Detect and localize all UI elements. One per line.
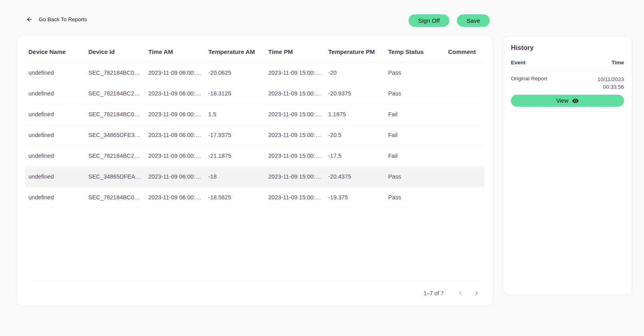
cell-device-name: undefined <box>25 166 85 187</box>
history-header-row: Event Time <box>511 60 624 71</box>
cell-device-id: SEC_782184BC0… <box>85 187 145 208</box>
history-divider <box>511 111 624 112</box>
topbar-actions: Sign Off Save <box>409 14 490 27</box>
cell-time-am: 2023-11-09 06:00:… <box>145 166 205 187</box>
table-row[interactable]: undefined SEC_782184BC2… 2023-11-09 06:0… <box>25 145 484 166</box>
report-table: Device Name Device Id Time AM Temperatur… <box>25 42 484 208</box>
cell-temperature-am: -18.5625 <box>205 187 265 208</box>
cell-time-pm: 2023-11-09 15:00:… <box>265 166 325 187</box>
cell-temperature-pm: -17.5 <box>325 145 385 166</box>
cell-temp-status: Fail <box>385 145 445 166</box>
chevron-left-icon <box>456 289 465 298</box>
eye-icon <box>572 97 579 104</box>
cell-device-name: undefined <box>25 187 85 208</box>
history-entry-date: 10/11/2023 <box>597 76 624 82</box>
cell-temperature-am: -21.1875 <box>205 145 265 166</box>
cell-temperature-am: -17.9375 <box>205 125 265 145</box>
history-panel: History Event Time Original Report 10/11… <box>502 36 632 295</box>
cell-device-name: undefined <box>25 145 85 166</box>
cell-comment <box>445 83 484 104</box>
pagination-bar: 1–7 of 7 <box>25 280 484 306</box>
cell-comment <box>445 166 484 187</box>
table-header-row: Device Name Device Id Time AM Temperatur… <box>25 42 484 62</box>
report-table-wrap: Device Name Device Id Time AM Temperatur… <box>17 36 492 280</box>
cell-temperature-pm: -20 <box>325 62 385 83</box>
cell-comment <box>445 104 484 125</box>
cell-temperature-pm: -19.375 <box>325 187 385 208</box>
table-row[interactable]: undefined SEC_782184BC0… 2023-11-09 06:0… <box>25 62 484 83</box>
cell-device-name: undefined <box>25 104 85 125</box>
history-event-header: Event <box>511 60 526 66</box>
history-title: History <box>511 44 624 52</box>
history-entry-event: Original Report <box>511 76 547 82</box>
sign-off-button[interactable]: Sign Off <box>409 14 449 27</box>
table-row[interactable]: undefined SEC_34865DFEA… 2023-11-09 06:0… <box>25 166 484 187</box>
pagination-next-button[interactable] <box>469 285 484 301</box>
cell-temp-status: Pass <box>385 187 445 208</box>
cell-temperature-am: -18.3125 <box>205 83 265 104</box>
table-body: undefined SEC_782184BC0… 2023-11-09 06:0… <box>25 62 484 208</box>
pagination-range-label: 1–7 of 7 <box>423 290 444 296</box>
cell-comment <box>445 187 484 208</box>
col-header-temperature-am: Temperature AM <box>205 42 265 62</box>
cell-time-am: 2023-11-09 06:00:… <box>145 83 205 104</box>
history-time-header: Time <box>612 60 624 66</box>
cell-time-am: 2023-11-09 06:00:… <box>145 104 205 125</box>
table-row[interactable]: undefined SEC_782184BC0… 2023-11-09 06:0… <box>25 187 484 208</box>
save-button[interactable]: Save <box>457 14 490 27</box>
cell-temp-status: Fail <box>385 125 445 145</box>
arrow-left-icon <box>26 16 33 23</box>
cell-time-am: 2023-11-09 06:00:… <box>145 187 205 208</box>
col-header-comment: Comment <box>445 42 484 62</box>
table-row[interactable]: undefined SEC_782184BC2… 2023-11-09 06:0… <box>25 83 484 104</box>
col-header-temp-status: Temp Status <box>385 42 445 62</box>
cell-comment <box>445 145 484 166</box>
cell-device-name: undefined <box>25 83 85 104</box>
col-header-time-am: Time AM <box>145 42 205 62</box>
view-report-button[interactable]: View <box>511 95 624 107</box>
col-header-device-name: Device Name <box>25 42 85 62</box>
report-table-card: Device Name Device Id Time AM Temperatur… <box>17 36 492 306</box>
view-button-label: View <box>556 97 568 104</box>
history-entry-clock: 00:33:56 <box>603 84 624 90</box>
col-header-temperature-pm: Temperature PM <box>325 42 385 62</box>
cell-temperature-pm: -20.5 <box>325 125 385 145</box>
col-header-device-id: Device Id <box>85 42 145 62</box>
table-row[interactable]: undefined SEC_34865DFE3… 2023-11-09 06:0… <box>25 125 484 145</box>
cell-time-pm: 2023-11-09 15:00:… <box>265 125 325 145</box>
cell-device-id: SEC_782184BC0… <box>85 62 145 83</box>
back-to-reports-label: Go Back To Reports <box>39 16 87 22</box>
cell-temperature-am: -18 <box>205 166 265 187</box>
history-entry-time: 10/11/2023 00:33:56 <box>597 76 624 91</box>
cell-device-id: SEC_34865DFE3… <box>85 125 145 145</box>
cell-comment <box>445 125 484 145</box>
pagination-prev-button[interactable] <box>453 285 469 301</box>
cell-device-id: SEC_782184BC2… <box>85 145 145 166</box>
table-row[interactable]: undefined SEC_782184BC0… 2023-11-09 06:0… <box>25 104 484 125</box>
cell-temp-status: Pass <box>385 166 445 187</box>
cell-device-id: SEC_34865DFEA… <box>85 166 145 187</box>
cell-time-pm: 2023-11-09 15:00:… <box>265 145 325 166</box>
cell-time-pm: 2023-11-09 15:00:… <box>265 187 325 208</box>
cell-comment <box>445 62 484 83</box>
cell-temp-status: Pass <box>385 62 445 83</box>
cell-device-id: SEC_782184BC0… <box>85 104 145 125</box>
cell-temperature-pm: -20.4375 <box>325 166 385 187</box>
cell-temp-status: Fail <box>385 104 445 125</box>
cell-time-pm: 2023-11-09 15:00:… <box>265 104 325 125</box>
cell-time-am: 2023-11-09 06:00:… <box>145 62 205 83</box>
cell-temperature-pm: 1.1875 <box>325 104 385 125</box>
cell-temperature-pm: -20.9375 <box>325 83 385 104</box>
col-header-time-pm: Time PM <box>265 42 325 62</box>
back-to-reports-link[interactable]: Go Back To Reports <box>26 16 87 23</box>
cell-device-name: undefined <box>25 125 85 145</box>
cell-time-pm: 2023-11-09 15:00:… <box>265 83 325 104</box>
cell-temp-status: Pass <box>385 83 445 104</box>
cell-device-name: undefined <box>25 62 85 83</box>
cell-device-id: SEC_782184BC2… <box>85 83 145 104</box>
cell-time-am: 2023-11-09 06:00:… <box>145 145 205 166</box>
cell-temperature-am: -20.0625 <box>205 62 265 83</box>
cell-temperature-am: 1.5 <box>205 104 265 125</box>
cell-time-am: 2023-11-09 06:00:… <box>145 125 205 145</box>
cell-time-pm: 2023-11-09 15:00:… <box>265 62 325 83</box>
